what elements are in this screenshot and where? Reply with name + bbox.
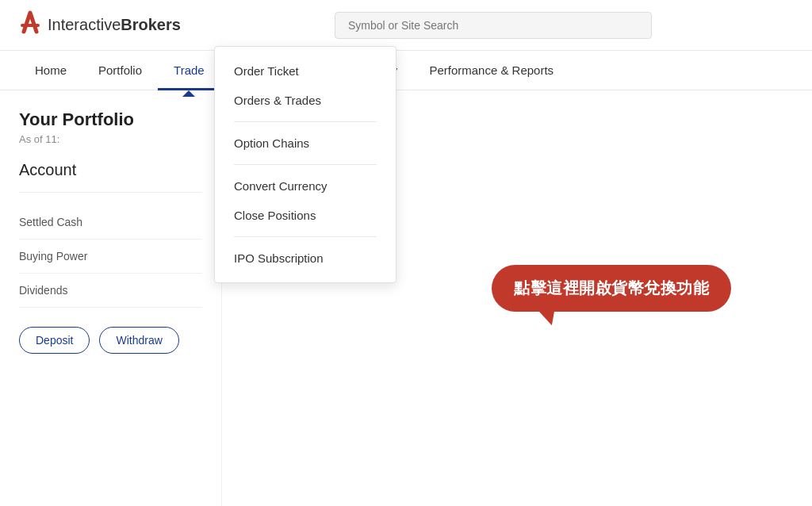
dropdown-divider-3 bbox=[234, 236, 377, 237]
nav-item-home[interactable]: Home bbox=[19, 51, 82, 90]
logo-icon bbox=[19, 10, 41, 40]
dividends-row: Dividends bbox=[19, 274, 202, 308]
withdraw-button[interactable]: Withdraw bbox=[99, 327, 178, 354]
buying-power-label: Buying Power bbox=[19, 250, 87, 263]
speech-bubble: 點擊這裡開啟貨幣兌換功能 bbox=[492, 265, 731, 312]
logo-area: InteractiveBrokers bbox=[19, 10, 193, 40]
dropdown-item-option-chains[interactable]: Option Chains bbox=[215, 128, 396, 158]
main-content: Your Portfolio As of 11: Account Settled… bbox=[0, 90, 812, 506]
account-label: Account bbox=[19, 161, 202, 193]
settled-cash-row: Settled Cash bbox=[19, 205, 202, 240]
nav-item-portfolio[interactable]: Portfolio bbox=[82, 51, 158, 90]
speech-bubble-text: 點擊這裡開啟貨幣兌換功能 bbox=[514, 279, 709, 297]
dropdown-divider-2 bbox=[234, 164, 377, 165]
nav-item-trade[interactable]: Trade bbox=[158, 51, 220, 90]
search-input[interactable] bbox=[335, 12, 652, 39]
dropdown-divider-1 bbox=[234, 121, 377, 122]
portfolio-title: Your Portfolio bbox=[19, 109, 202, 130]
sidebar: Your Portfolio As of 11: Account Settled… bbox=[0, 90, 222, 506]
dropdown-item-convert-currency[interactable]: Convert Currency bbox=[215, 171, 396, 201]
deposit-button[interactable]: Deposit bbox=[19, 327, 90, 354]
portfolio-subtitle: As of 11: bbox=[19, 133, 202, 145]
settled-cash-label: Settled Cash bbox=[19, 216, 82, 228]
dropdown-item-ipo-subscription[interactable]: IPO Subscription bbox=[215, 243, 396, 273]
nav-active-indicator bbox=[158, 88, 220, 90]
nav-item-performance-reports[interactable]: Performance & Reports bbox=[413, 51, 569, 90]
trade-dropdown: Order Ticket Orders & Trades Option Chai… bbox=[214, 46, 396, 283]
buying-power-row: Buying Power bbox=[19, 240, 202, 274]
main-nav: Home Portfolio Trade Research Transfer &… bbox=[0, 51, 812, 90]
header: InteractiveBrokers bbox=[0, 0, 812, 51]
search-bar bbox=[335, 12, 652, 39]
dropdown-item-close-positions[interactable]: Close Positions bbox=[215, 201, 396, 230]
dropdown-item-orders-trades[interactable]: Orders & Trades bbox=[215, 86, 396, 115]
dropdown-item-order-ticket[interactable]: Order Ticket bbox=[215, 56, 396, 86]
logo-text: InteractiveBrokers bbox=[48, 16, 181, 34]
dividends-label: Dividends bbox=[19, 284, 67, 297]
action-buttons: Deposit Withdraw bbox=[19, 327, 202, 354]
